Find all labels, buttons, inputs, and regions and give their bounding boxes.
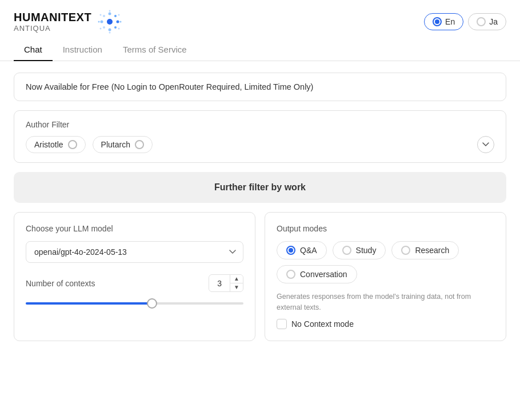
svg-point-11 [120, 21, 122, 23]
svg-point-2 [114, 15, 117, 17]
llm-panel: Choose your LLM model openai/gpt-4o-2024… [14, 212, 255, 341]
llm-model-select[interactable]: openai/gpt-4o-2024-05-13 openai/gpt-4-tu… [26, 241, 243, 263]
svg-point-16 [100, 14, 102, 16]
contexts-row: Number of contexts ▲ ▼ [26, 274, 243, 292]
llm-panel-title: Choose your LLM model [26, 224, 243, 233]
svg-point-0 [107, 19, 113, 25]
contexts-arrows: ▲ ▼ [230, 275, 243, 291]
svg-point-10 [118, 14, 120, 16]
lang-en-radio [433, 17, 442, 26]
svg-point-13 [109, 32, 111, 34]
lang-ja-button[interactable]: Ja [468, 13, 506, 30]
svg-point-3 [117, 21, 119, 23]
lang-ja-label: Ja [489, 17, 498, 26]
author-filter-card: Author Filter Aristotle Plutarch [14, 110, 506, 163]
slider-track [26, 302, 243, 305]
contexts-up-arrow[interactable]: ▲ [230, 275, 243, 283]
output-mode-qa-label: Q&A [300, 246, 317, 255]
logo-icon [97, 9, 122, 34]
contexts-down-arrow[interactable]: ▼ [230, 283, 243, 291]
svg-point-7 [101, 21, 103, 23]
svg-point-8 [103, 15, 105, 17]
output-mode-study[interactable]: Study [333, 241, 386, 259]
output-mode-research-radio [401, 246, 410, 255]
output-mode-conversation-radio [286, 270, 295, 279]
output-modes-grid: Q&A Study Research Conversation [277, 241, 494, 283]
logo-brand: HUMANITEXT [14, 10, 91, 24]
lang-en-label: En [445, 17, 455, 26]
logo-product: ANTIQUA [14, 24, 91, 33]
svg-point-14 [100, 28, 102, 30]
svg-point-1 [109, 13, 111, 15]
output-mode-qa-radio [286, 246, 295, 255]
svg-point-6 [103, 26, 105, 29]
author-aristotle-radio [68, 140, 77, 149]
output-panel: Output modes Q&A Study Research Conversa… [265, 212, 506, 341]
author-filter-row: Aristotle Plutarch [26, 136, 494, 153]
tab-terms[interactable]: Terms of Service [113, 39, 197, 61]
output-mode-study-label: Study [356, 246, 377, 255]
tab-instruction[interactable]: Instruction [53, 39, 113, 61]
svg-point-5 [109, 29, 111, 31]
author-more-area [477, 136, 494, 153]
tab-chat[interactable]: Chat [14, 39, 53, 61]
svg-point-9 [109, 10, 111, 12]
contexts-label: Number of contexts [26, 279, 95, 288]
header: HUMANITEXT ANTIQUA [0, 0, 520, 39]
output-mode-qa[interactable]: Q&A [277, 241, 327, 259]
contexts-number-input[interactable] [209, 277, 230, 290]
contexts-input-wrap: ▲ ▼ [209, 274, 243, 292]
author-aristotle-label: Aristotle [34, 140, 63, 149]
lang-ja-radio [477, 17, 486, 26]
author-more-button[interactable] [477, 136, 494, 153]
output-panel-title: Output modes [277, 224, 494, 233]
output-mode-conversation-label: Conversation [300, 270, 347, 279]
tab-bar: Chat Instruction Terms of Service [0, 39, 520, 61]
svg-point-4 [114, 26, 117, 29]
logo-svg [97, 9, 122, 34]
no-context-label: No Context mode [291, 319, 354, 329]
chevron-down-icon [482, 142, 489, 147]
output-mode-conversation[interactable]: Conversation [277, 265, 357, 283]
slider-fill [26, 302, 152, 305]
lang-switcher: En Ja [424, 13, 506, 30]
no-context-row: No Context mode [277, 319, 494, 329]
bottom-panels: Choose your LLM model openai/gpt-4o-2024… [14, 212, 506, 341]
logo-area: HUMANITEXT ANTIQUA [14, 9, 122, 34]
slider-wrap[interactable] [26, 298, 243, 309]
author-chip-plutarch[interactable]: Plutarch [93, 136, 153, 153]
notice-banner: Now Available for Free (No Login to Open… [14, 73, 506, 101]
logo-text: HUMANITEXT ANTIQUA [14, 10, 91, 33]
notice-text: Now Available for Free (No Login to Open… [26, 82, 313, 91]
output-description: Generates responses from the model's tra… [277, 291, 494, 313]
author-plutarch-radio [135, 140, 144, 149]
svg-point-12 [118, 28, 120, 30]
slider-thumb[interactable] [147, 298, 157, 309]
svg-point-15 [98, 21, 100, 23]
output-mode-study-radio [342, 246, 351, 255]
output-mode-research[interactable]: Research [391, 241, 459, 259]
author-plutarch-label: Plutarch [101, 140, 130, 149]
output-mode-research-label: Research [415, 246, 449, 255]
main-content: Now Available for Free (No Login to Open… [0, 61, 520, 353]
filter-work-button[interactable]: Further filter by work [14, 172, 506, 203]
author-filter-label: Author Filter [26, 120, 494, 129]
author-chip-aristotle[interactable]: Aristotle [26, 136, 86, 153]
no-context-checkbox[interactable] [277, 319, 287, 329]
lang-en-button[interactable]: En [424, 13, 463, 30]
